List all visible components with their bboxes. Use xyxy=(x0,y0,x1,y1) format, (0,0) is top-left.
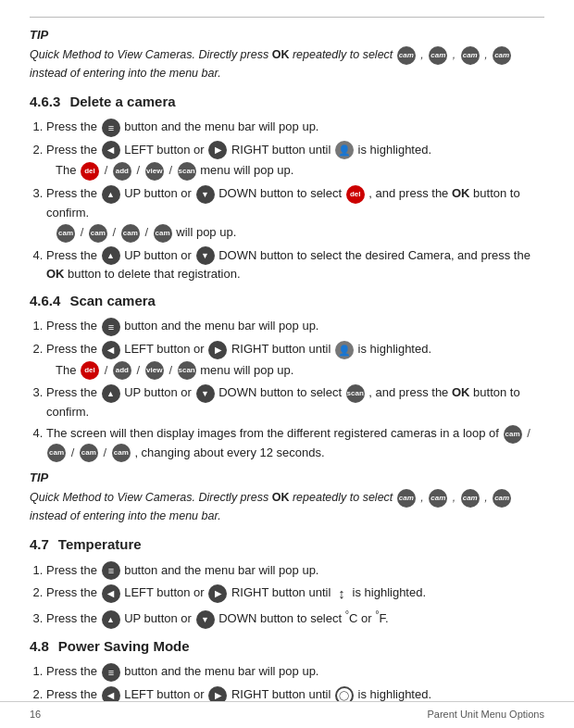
cam4-icon: cam4 xyxy=(154,224,172,243)
loop-cam3: cam3 xyxy=(80,444,98,462)
loop-cam2: cam2 xyxy=(47,444,66,462)
footer-page: 16 xyxy=(30,708,41,722)
step-463-3: Press the ▲ UP button or ▼ DOWN button t… xyxy=(46,184,544,243)
down-arrow-icon-3: ▼ xyxy=(196,384,215,403)
step-47-2: Press the ◀ LEFT button or ▶ RIGHT butto… xyxy=(46,584,544,603)
cam3-icon: cam3 xyxy=(121,224,140,243)
add-icon-2: add xyxy=(113,361,131,380)
loop-cam1: cam1 xyxy=(504,425,522,444)
tip1-label: TIP xyxy=(30,27,544,44)
tip1-block: TIP Quick Method to View Cameras. Direct… xyxy=(30,27,544,82)
step-463-3-indent: cam1 / cam2 / cam3 / cam4 will pop up. xyxy=(56,223,544,243)
menu-icon-4: ≡ xyxy=(102,663,120,682)
menu-icon: ≡ xyxy=(102,119,120,137)
tip2-cam2: cam2 xyxy=(429,489,447,508)
del-icon-2: del xyxy=(81,361,99,380)
step-464-2-indent: The del / add / view / scan menu will po… xyxy=(56,361,544,381)
step-464-2: Press the ◀ LEFT button or ▶ RIGHT butto… xyxy=(46,340,544,380)
section-463-heading: 4.6.3 Delete a camera xyxy=(30,92,544,112)
scan-select-icon: scan xyxy=(346,384,365,403)
cam-icon-1: cam1 xyxy=(397,46,416,65)
cam-icon-4: cam5 xyxy=(493,46,511,65)
menu-icon-3: ≡ xyxy=(102,561,120,580)
right-arrow-icon-2: ▶ xyxy=(208,341,227,359)
cam1-icon: cam1 xyxy=(56,224,75,243)
tip2-text: Quick Method to View Cameras. Directly p… xyxy=(30,489,544,525)
cam-icon-3: cam3 xyxy=(461,46,480,65)
footer: 16 Parent Unit Menu Options xyxy=(0,701,574,728)
up-arrow-icon: ▲ xyxy=(102,185,120,204)
del-select-icon: del xyxy=(346,185,365,204)
top-separator xyxy=(30,17,544,18)
view-icon: view xyxy=(145,162,164,181)
section-47-steps: Press the ≡ button and the menu bar will… xyxy=(46,561,544,629)
loop-cam4: cam4 xyxy=(112,444,131,462)
down-arrow-icon-4: ▼ xyxy=(196,610,215,629)
step-48-1: Press the ≡ button and the menu bar will… xyxy=(46,662,544,682)
person-icon: 👤 xyxy=(335,141,354,159)
tip1-text: Quick Method to View Cameras. Directly p… xyxy=(30,46,544,82)
tip2-label: TIP xyxy=(30,470,544,487)
right-arrow-icon: ▶ xyxy=(208,141,227,159)
tip2-cam4: cam5 xyxy=(493,489,511,508)
step-464-1: Press the ≡ button and the menu bar will… xyxy=(46,317,544,336)
up-arrow-icon-2: ▲ xyxy=(102,246,120,265)
del-icon: del xyxy=(81,162,99,181)
scan-icon-2: scan xyxy=(178,361,196,380)
temp-icon: ↕ xyxy=(335,584,348,603)
cam-icon-2: cam2 xyxy=(429,46,447,65)
section-464-heading: 4.6.4 Scan camera xyxy=(30,291,544,311)
step-463-2-indent: The del / add / view / scan menu will po… xyxy=(56,161,544,181)
tip2-block: TIP Quick Method to View Cameras. Direct… xyxy=(30,470,544,525)
up-arrow-icon-3: ▲ xyxy=(102,384,120,403)
section-464-steps: Press the ≡ button and the menu bar will… xyxy=(46,317,544,462)
step-47-1: Press the ≡ button and the menu bar will… xyxy=(46,561,544,581)
section-48-heading: 4.8 Power Saving Mode xyxy=(30,636,544,657)
person-icon-2: 👤 xyxy=(335,341,354,359)
add-icon: add xyxy=(113,162,131,181)
step-463-2: Press the ◀ LEFT button or ▶ RIGHT butto… xyxy=(46,141,544,181)
menu-icon-2: ≡ xyxy=(102,318,120,336)
left-arrow-icon-3: ◀ xyxy=(102,584,120,603)
step-463-1: Press the ≡ button and the menu bar will… xyxy=(46,118,544,137)
cam2-icon: cam2 xyxy=(89,224,107,243)
footer-label: Parent Unit Menu Options xyxy=(427,708,544,722)
left-arrow-icon: ◀ xyxy=(102,141,120,159)
step-463-4: Press the ▲ UP button or ▼ DOWN button t… xyxy=(46,246,544,283)
left-arrow-icon-2: ◀ xyxy=(102,341,120,359)
section-463-steps: Press the ≡ button and the menu bar will… xyxy=(46,118,544,282)
step-47-3: Press the ▲ UP button or ▼ DOWN button t… xyxy=(46,607,544,629)
scan-icon: scan xyxy=(178,162,196,181)
up-arrow-icon-4: ▲ xyxy=(102,610,120,629)
down-arrow-icon: ▼ xyxy=(196,185,215,204)
view-icon-2: view xyxy=(145,361,164,380)
tip2-cam1: cam1 xyxy=(397,489,416,508)
step-464-4: The screen will then display images from… xyxy=(46,424,544,462)
tip2-cam3: cam3 xyxy=(461,489,480,508)
step-464-3: Press the ▲ UP button or ▼ DOWN button t… xyxy=(46,383,544,420)
right-arrow-icon-3: ▶ xyxy=(208,584,227,603)
section-47-heading: 4.7 Temperature xyxy=(30,534,544,555)
down-arrow-icon-2: ▼ xyxy=(196,246,215,265)
